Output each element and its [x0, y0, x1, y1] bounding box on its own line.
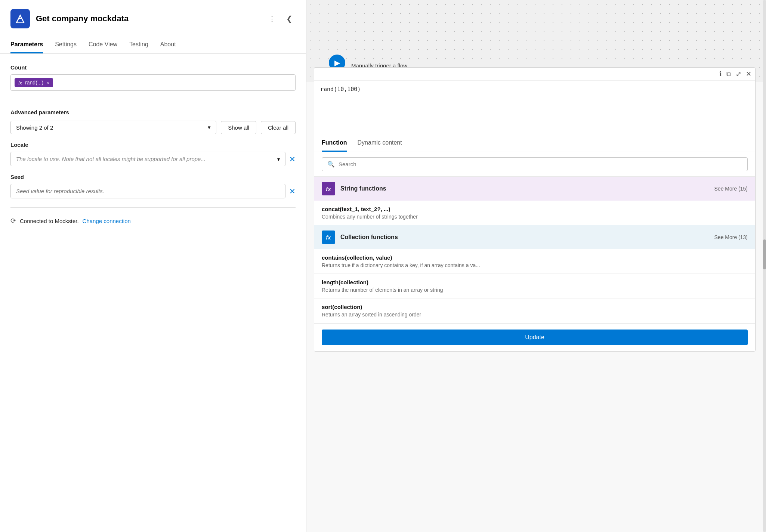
collapse-button[interactable]: ❮ — [283, 13, 296, 25]
functions-list: fx String functions See More (15) concat… — [314, 177, 755, 323]
func-contains-name: contains(collection, value) — [322, 254, 748, 261]
collection-functions-title: Collection functions — [340, 234, 709, 241]
func-length-name: length(collection) — [322, 279, 748, 285]
string-see-more[interactable]: See More (15) — [714, 186, 748, 192]
func-length-desc: Returns the number of elements in an arr… — [322, 287, 748, 293]
connection-icon: ⟳ — [10, 217, 16, 225]
divider-1 — [10, 100, 296, 100]
info-button[interactable]: ℹ — [719, 70, 722, 78]
header-left: Get company mockdata — [10, 9, 129, 28]
app-logo — [10, 9, 30, 28]
tab-testing[interactable]: Testing — [129, 36, 148, 53]
locale-row: The locale to use. Note that not all loc… — [10, 152, 296, 166]
tab-dynamic-content[interactable]: Dynamic content — [358, 134, 402, 152]
show-all-button[interactable]: Show all — [221, 121, 256, 134]
count-chip-container[interactable]: fx rand(...) × — [10, 74, 296, 91]
expression-textarea[interactable]: rand(10,100) — [314, 81, 755, 133]
dropdown-chevron-icon: ▾ — [208, 124, 211, 131]
func-contains-desc: Returns true if a dictionary contains a … — [322, 262, 748, 268]
string-functions-title: String functions — [340, 185, 709, 192]
expand-button[interactable]: ⤢ — [736, 70, 741, 78]
chip-text: rand(...) — [25, 80, 43, 86]
connection-text: Connected to Mockster. — [20, 218, 79, 224]
expression-function-panel: ℹ ⧉ ⤢ ✕ rand(10,100) Function Dynamic co… — [314, 67, 756, 352]
locale-dropdown[interactable]: The locale to use. Note that not all loc… — [10, 152, 285, 166]
seed-row: ✕ — [10, 184, 296, 198]
right-panel: ▶ Manually trigger a flow ℹ ⧉ ⤢ ✕ rand(1… — [306, 0, 766, 532]
scrollbar[interactable] — [763, 0, 766, 532]
count-chip: fx rand(...) × — [15, 78, 53, 87]
left-panel: Get company mockdata ⋮ ❮ Parameters Sett… — [0, 0, 306, 532]
search-icon: 🔍 — [327, 161, 335, 168]
func-concat[interactable]: concat(text_1, text_2?, ...) Combines an… — [314, 201, 755, 225]
close-editor-button[interactable]: ✕ — [746, 70, 751, 78]
expr-toolbar: ℹ ⧉ ⤢ ✕ — [314, 68, 755, 81]
seed-section: Seed ✕ — [10, 174, 296, 198]
tab-function[interactable]: Function — [322, 134, 347, 152]
showing-dropdown[interactable]: Showing 2 of 2 ▾ — [10, 121, 216, 134]
locale-clear-button[interactable]: ✕ — [289, 155, 296, 164]
search-input[interactable] — [339, 161, 742, 167]
search-container: 🔍 — [314, 152, 755, 177]
tabs-bar: Parameters Settings Code View Testing Ab… — [0, 36, 306, 54]
collection-see-more[interactable]: See More (13) — [714, 234, 748, 240]
update-button[interactable]: Update — [322, 330, 748, 345]
change-connection-button[interactable]: Change connection — [83, 218, 131, 224]
tab-settings[interactable]: Settings — [55, 36, 77, 53]
expression-editor: ℹ ⧉ ⤢ ✕ rand(10,100) — [314, 68, 755, 134]
func-concat-name: concat(text_1, text_2?, ...) — [322, 206, 748, 212]
seed-label: Seed — [10, 174, 296, 180]
connection-row: ⟳ Connected to Mockster. Change connecti… — [10, 217, 296, 225]
tab-about[interactable]: About — [160, 36, 176, 53]
advanced-params-section: Advanced parameters Showing 2 of 2 ▾ Sho… — [10, 109, 296, 134]
locale-chevron-icon: ▾ — [277, 156, 280, 162]
collection-fx-badge: fx — [322, 231, 335, 244]
header-title: Get company mockdata — [36, 14, 129, 24]
func-sort-desc: Returns an array sorted in ascending ord… — [322, 312, 748, 318]
tab-parameters[interactable]: Parameters — [10, 36, 43, 53]
locale-section: Locale The locale to use. Note that not … — [10, 142, 296, 166]
locale-placeholder: The locale to use. Note that not all loc… — [16, 156, 206, 162]
divider-2 — [10, 207, 296, 208]
string-fx-badge: fx — [322, 182, 335, 195]
showing-text: Showing 2 of 2 — [16, 124, 53, 131]
count-label: Count — [10, 64, 296, 71]
header: Get company mockdata ⋮ ❮ — [0, 0, 306, 36]
chip-close-btn[interactable]: × — [46, 80, 49, 86]
clear-all-button[interactable]: Clear all — [261, 121, 296, 134]
svg-rect-2 — [19, 18, 21, 19]
func-length[interactable]: length(collection) Returns the number of… — [314, 274, 755, 299]
advanced-params-label: Advanced parameters — [10, 109, 296, 115]
func-sort-name: sort(collection) — [322, 304, 748, 310]
string-functions-header: fx String functions See More (15) — [314, 177, 755, 201]
tab-code-view[interactable]: Code View — [89, 36, 117, 53]
advanced-params-controls: Showing 2 of 2 ▾ Show all Clear all — [10, 121, 296, 134]
function-tabs-bar: Function Dynamic content — [314, 134, 755, 152]
seed-input[interactable] — [10, 184, 285, 198]
func-concat-desc: Combines any number of strings together — [322, 214, 748, 220]
scrollbar-thumb — [763, 239, 766, 269]
header-actions: ⋮ ❮ — [265, 13, 296, 25]
collection-functions-header: fx Collection functions See More (13) — [314, 225, 755, 249]
count-section: Count fx rand(...) × — [10, 64, 296, 91]
more-options-button[interactable]: ⋮ — [265, 13, 279, 25]
seed-clear-button[interactable]: ✕ — [289, 187, 296, 196]
chip-fx-icon: fx — [18, 80, 22, 86]
search-box: 🔍 — [322, 157, 748, 171]
func-contains[interactable]: contains(collection, value) Returns true… — [314, 249, 755, 274]
update-btn-container: Update — [314, 323, 755, 351]
parameters-content: Count fx rand(...) × Advanced parameters… — [0, 54, 306, 532]
func-sort[interactable]: sort(collection) Returns an array sorted… — [314, 299, 755, 323]
copy-button[interactable]: ⧉ — [726, 70, 731, 78]
locale-label: Locale — [10, 142, 296, 148]
